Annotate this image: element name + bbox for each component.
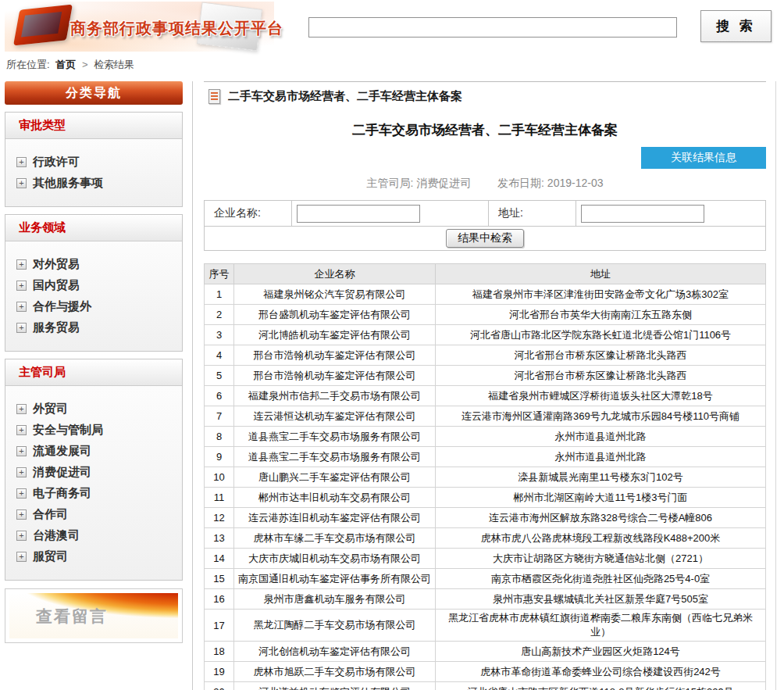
content: 二手车交易市场经营者、二手车经营主体备案 二手车交易市场经营者、二手车经营主体备… [192, 81, 776, 690]
expand-icon[interactable]: + [16, 531, 27, 541]
row-index: 3 [205, 325, 234, 345]
row-company-name: 邢台盛凯机动车鉴定评估有限公司 [234, 305, 436, 325]
table-row: 13 虎林市车缘二手车交易市场有限公司 虎林市虎八公路虎林境段工程新改线路段K4… [205, 528, 766, 549]
row-index: 15 [205, 569, 234, 589]
expand-icon[interactable]: + [16, 467, 27, 477]
expand-icon[interactable]: + [16, 157, 27, 167]
row-address: 黑龙江省虎林市虎林镇红旗街道桦南委二粮库东南侧（西临七兄弟米业） [436, 610, 766, 642]
table-row: 18 河北创信机动车鉴定评估有限公司 唐山高新技术产业园区火炬路124号 [205, 642, 766, 662]
page: 商务部行政事项结果公开平台 搜 索 所在位置: 首页 > 检索结果 分类导航 审… [0, 0, 784, 690]
sidebar-item[interactable]: + 消费促进司 [16, 465, 176, 480]
expand-icon[interactable]: + [16, 404, 27, 414]
table-row: 9 道县燕宝二手车交易市场服务有限公司 永州市道县道州北路 [205, 447, 766, 467]
table-row: 11 郴州市达丰旧机动车交易有限公司 郴州市北湖区南岭大道11号1楼3号门面 [205, 488, 766, 508]
row-company-name: 道县燕宝二手车交易市场服务有限公司 [234, 427, 436, 447]
results-header-row: 序号 企业名称 地址 [205, 264, 766, 284]
sidebar-item[interactable]: + 对外贸易 [16, 257, 176, 272]
sidebar-item-label: 对外贸易 [33, 257, 80, 272]
row-address: 河北省唐山市路北区学院东路长虹道北缇香公馆1门1106号 [436, 325, 766, 345]
company-name-input[interactable] [297, 205, 420, 223]
sidebar: 分类导航 审批类型 + 行政许可 + 其他服务事项 [5, 81, 183, 690]
expand-icon[interactable]: + [16, 178, 27, 188]
sidebar-item[interactable]: + 台港澳司 [16, 528, 176, 543]
row-company-name: 邢台市浩翰机动车鉴定评估有限公司 [234, 366, 436, 386]
dept-label: 主管司局: [367, 177, 414, 189]
sidebar-item[interactable]: + 合作司 [16, 507, 176, 522]
expand-icon[interactable]: + [16, 425, 27, 435]
sidebar-item-label: 合作司 [33, 507, 68, 522]
expand-icon[interactable]: + [16, 302, 27, 312]
table-row: 16 泉州市唐鑫机动车服务有限公司 泉州市惠安县螺城镇北关社区新景华庭7号505… [205, 589, 766, 610]
expand-icon[interactable]: + [16, 509, 27, 520]
meta-line: 主管司局: 消费促进司 发布日期: 2019-12-03 [204, 177, 766, 191]
expand-icon[interactable]: + [16, 323, 27, 333]
logo-graphic-icon [13, 5, 73, 46]
sidebar-section-department: 主管司局 + 外贸司 + 安全与管制局 [5, 359, 183, 581]
sidebar-item[interactable]: + 电子商务司 [16, 486, 176, 501]
sidebar-item[interactable]: + 外贸司 [16, 402, 176, 417]
expand-icon[interactable]: + [16, 552, 27, 562]
row-index: 18 [205, 642, 234, 662]
expand-icon[interactable]: + [16, 488, 27, 499]
sidebar-item[interactable]: + 流通发展司 [16, 444, 176, 459]
sidebar-item[interactable]: + 行政许可 [16, 155, 176, 170]
sidebar-list: + 对外贸易 + 国内贸易 + 合作与援外 [5, 241, 182, 351]
search-input[interactable] [308, 17, 677, 38]
sidebar-item-label: 流通发展司 [33, 444, 91, 459]
row-index: 16 [205, 589, 234, 610]
sidebar-item-label: 合作与援外 [33, 299, 91, 314]
expand-icon[interactable]: + [16, 446, 27, 456]
row-company-name: 道县燕宝二手车交易市场服务有限公司 [234, 447, 436, 467]
site-header: 商务部行政事项结果公开平台 搜 索 [0, 0, 784, 55]
row-address: 福建省泉州市丰泽区津淮街田安路金帝文化广场3栋302室 [436, 284, 766, 305]
related-results-button[interactable]: 关联结果信息 [641, 147, 766, 169]
related-row: 关联结果信息 [204, 147, 766, 169]
row-company-name: 邢台市浩翰机动车鉴定评估有限公司 [234, 345, 436, 366]
sidebar-item-label: 台港澳司 [33, 528, 80, 543]
row-index: 7 [205, 406, 234, 427]
sidebar-item[interactable]: + 服务贸易 [16, 320, 176, 335]
row-company-name: 泉州市唐鑫机动车服务有限公司 [234, 589, 436, 610]
row-address: 河北省邢台市桥东区豫让桥路北头路西 [436, 345, 766, 366]
table-row: 2 邢台盛凯机动车鉴定评估有限公司 河北省邢台市英华大街南南江东五路东侧 [205, 305, 766, 325]
row-index: 17 [205, 610, 234, 642]
address-input[interactable] [581, 205, 704, 223]
section-header-bar: 二手车交易市场经营者、二手车经营主体备案 [204, 81, 766, 110]
sidebar-item-label: 安全与管制局 [33, 423, 103, 438]
breadcrumb-home-link[interactable]: 首页 [55, 59, 76, 70]
sidebar-item[interactable]: + 合作与援外 [16, 299, 176, 314]
row-index: 20 [205, 682, 234, 690]
sidebar-item[interactable]: + 其他服务事项 [16, 176, 176, 191]
row-company-name: 连云港苏连旧机动车鉴定评估有限公司 [234, 508, 436, 528]
expand-icon[interactable]: + [16, 259, 27, 270]
breadcrumb-current: 检索结果 [94, 59, 134, 70]
row-address: 河北省唐山市路南区新华西道118-8号新华步行街15栋329号 [436, 682, 766, 690]
row-index: 11 [205, 488, 234, 508]
breadcrumb: 所在位置: 首页 > 检索结果 [0, 55, 784, 77]
row-company-name: 虎林市车缘二手车交易市场有限公司 [234, 528, 436, 549]
main-area: 分类导航 审批类型 + 行政许可 + 其他服务事项 [0, 77, 784, 690]
sidebar-item[interactable]: + 服贸司 [16, 549, 176, 564]
view-messages-banner[interactable]: 查看留言 [5, 588, 183, 643]
row-address: 永州市道县道州北路 [436, 427, 766, 447]
row-company-name: 福建泉州铭众汽车贸易有限公司 [234, 284, 436, 305]
table-row: 4 邢台市浩翰机动车鉴定评估有限公司 河北省邢台市桥东区豫让桥路北头路西 [205, 345, 766, 366]
table-row: 10 唐山鹏兴二手车鉴定评估有限公司 滦县新城晨光南里11号楼东3门102号 [205, 467, 766, 488]
sidebar-list: + 外贸司 + 安全与管制局 + 流通发展司 [5, 386, 182, 580]
sidebar-section-business-field: 业务领域 + 对外贸易 + 国内贸易 [5, 214, 183, 352]
company-name-label: 企业名称: [205, 201, 292, 227]
address-label: 地址: [489, 201, 576, 227]
sidebar-item[interactable]: + 国内贸易 [16, 278, 176, 293]
site-logo[interactable]: 商务部行政事项结果公开平台 [5, 2, 274, 52]
sidebar-item[interactable]: + 安全与管制局 [16, 423, 176, 438]
search-button[interactable]: 搜 索 [700, 10, 772, 42]
row-index: 14 [205, 549, 234, 569]
banner-label: 查看留言 [36, 606, 108, 627]
search-in-results-button[interactable]: 结果中检索 [446, 229, 524, 248]
expand-icon[interactable]: + [16, 281, 27, 291]
row-company-name: 虎林市旭跃二手车交易市场有限公司 [234, 662, 436, 682]
date-value: 2019-12-03 [547, 177, 604, 189]
row-company-name: 大庆市庆城旧机动车交易市场有限公司 [234, 549, 436, 569]
row-address: 永州市道县道州北路 [436, 447, 766, 467]
row-company-name: 黑龙江陶醇二手车交易市场有限公司 [234, 610, 436, 642]
